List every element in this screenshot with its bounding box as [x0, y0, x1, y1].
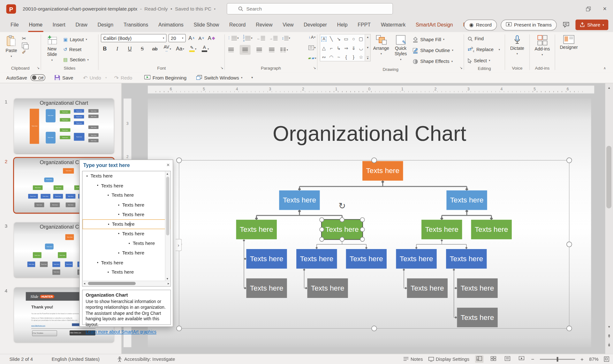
org-node-y4[interactable]: Texts here	[457, 278, 497, 298]
section-button[interactable]: ▤ Section▾	[62, 55, 90, 64]
org-node-g1[interactable]: Texts here	[236, 220, 277, 239]
shape-effects-button[interactable]: Shape Effects▾	[411, 57, 454, 66]
scroll-left-arrow[interactable]: ◂	[84, 282, 85, 285]
format-painter-button[interactable]: ✐	[22, 49, 27, 55]
shape-gallery-item-7[interactable]: ⌐	[330, 46, 333, 50]
close-icon[interactable]: ×	[166, 162, 170, 168]
qat-overflow-button[interactable]: ▾	[251, 76, 253, 80]
tab-watermark[interactable]: Watermark	[376, 18, 411, 32]
record-button[interactable]: ◉ Record	[464, 19, 497, 30]
text-pane-row[interactable]: •Texts here	[82, 191, 170, 200]
text-pane-horizontal-scrollbar[interactable]: ◂ ▸	[82, 281, 170, 286]
org-node-y3[interactable]: Texts here	[407, 278, 448, 298]
org-node-y1[interactable]: Texts here	[246, 278, 287, 298]
cut-button[interactable]: ✂	[22, 35, 27, 41]
scrollbar-thumb[interactable]	[166, 177, 169, 235]
increase-indent-button[interactable]: →	[269, 34, 277, 42]
share-button[interactable]: Share ▾	[576, 19, 609, 30]
increase-font-size-button[interactable]: A∧	[188, 34, 195, 42]
shape-gallery-item-17[interactable]: ☆	[359, 55, 363, 59]
slide-thumbnail-1[interactable]: Organizational ChartTexts hereTexts here…	[14, 99, 114, 153]
shapes-gallery[interactable]: A╲↘▭○▢△⌐↳⇒⇓◡∾◠~{}☆	[320, 34, 365, 62]
designer-button[interactable]: Designer	[560, 34, 578, 65]
text-pane-header[interactable]: Type your text here ×	[80, 160, 173, 171]
from-beginning-button[interactable]: From Beginning	[144, 75, 186, 80]
text-pane-row[interactable]: •Texts here	[82, 219, 170, 229]
tab-help[interactable]: Help	[332, 18, 353, 32]
bullets-button[interactable]: ⋮▾	[227, 34, 238, 42]
org-node-y5[interactable]: Texts here	[457, 308, 497, 327]
tab-insert[interactable]: Insert	[48, 18, 71, 32]
font-dialog-launcher[interactable]: ↘	[220, 64, 223, 71]
shape-gallery-item-2[interactable]: ↘	[337, 36, 341, 41]
zoom-slider-thumb[interactable]	[557, 357, 558, 361]
tab-fppt[interactable]: FPPT	[352, 18, 376, 32]
slide-sorter-view-button[interactable]	[489, 356, 497, 362]
font-color-button[interactable]: A▾	[201, 45, 209, 53]
shape-gallery-item-1[interactable]: ╲	[330, 36, 333, 41]
powerpoint-logo-icon[interactable]: P	[6, 4, 16, 13]
shape-gallery-item-11[interactable]: ◡	[359, 46, 363, 50]
paragraph-dialog-launcher[interactable]: ↘	[313, 64, 316, 71]
tab-record[interactable]: Record	[224, 18, 251, 32]
text-pane-row[interactable]: •Texts here	[82, 229, 170, 239]
shape-gallery-item-4[interactable]: ○	[352, 36, 355, 41]
text-pane-toggle-button[interactable]: ›	[176, 239, 182, 251]
text-pane-row[interactable]: •Texts here	[82, 239, 170, 248]
italic-button[interactable]: I	[113, 45, 121, 53]
shape-gallery-item-16[interactable]: }	[353, 55, 354, 59]
reading-view-button[interactable]	[503, 356, 511, 362]
close-window-button[interactable]: ×	[597, 0, 613, 18]
shape-gallery-item-5[interactable]: ▢	[359, 36, 363, 41]
decrease-indent-button[interactable]: ←	[257, 34, 265, 42]
switch-windows-button[interactable]: Switch Windows▾	[196, 75, 243, 80]
change-case-button[interactable]: Aa▾	[176, 45, 184, 53]
tab-transitions[interactable]: Transitions	[118, 18, 153, 32]
vertical-scrollbar[interactable]: ▴ ▾ ↟ ↡	[605, 83, 613, 354]
bold-button[interactable]: B	[101, 45, 109, 53]
org-node-root[interactable]: Texts here	[362, 161, 403, 180]
scroll-up-arrow[interactable]: ▴	[605, 86, 613, 89]
font-name-select[interactable]: Calibri (Body)▾	[101, 34, 167, 42]
tab-file[interactable]: File	[5, 18, 24, 32]
align-center-button[interactable]	[240, 45, 251, 55]
org-node-g2[interactable]: Texts here	[322, 220, 362, 239]
shape-gallery-item-8[interactable]: ↳	[337, 46, 341, 50]
find-button[interactable]: Find	[466, 34, 503, 43]
collapse-ribbon-button[interactable]: ∧	[603, 66, 606, 70]
tab-home[interactable]: Home	[24, 18, 48, 32]
org-node-d3[interactable]: Texts here	[346, 249, 387, 269]
slide-show-button[interactable]	[517, 356, 526, 362]
comments-button[interactable]	[561, 20, 571, 30]
tab-slide-show[interactable]: Slide Show	[189, 18, 224, 32]
text-direction-button[interactable]: ↓A▾	[308, 33, 316, 41]
tab-design[interactable]: Design	[93, 18, 118, 32]
fit-slide-to-window-button[interactable]	[604, 357, 609, 362]
org-node-g4[interactable]: Texts here	[471, 220, 512, 239]
tab-view[interactable]: View	[277, 18, 299, 32]
character-spacing-button[interactable]: AV↔▾	[163, 45, 171, 53]
tab-developer[interactable]: Developer	[299, 18, 332, 32]
org-node-y2[interactable]: Texts here	[307, 278, 348, 298]
next-slide-button[interactable]: ↡	[605, 342, 613, 347]
undo-button[interactable]: ↶ Undo▾	[83, 74, 107, 81]
shape-outline-button[interactable]: Shape Outline▾	[411, 46, 454, 55]
shape-gallery-item-15[interactable]: {	[345, 55, 347, 59]
underline-button[interactable]: U	[126, 45, 133, 53]
align-right-button[interactable]	[255, 46, 263, 54]
slide-title[interactable]: Organizational Chart	[148, 121, 591, 146]
tab-review[interactable]: Review	[251, 18, 277, 32]
reset-button[interactable]: ↺ Reset	[62, 45, 90, 54]
slide-number-indicator[interactable]: Slide 2 of 4	[9, 356, 33, 362]
org-node-d1[interactable]: Texts here	[246, 249, 287, 269]
org-node-d2[interactable]: Texts here	[296, 249, 337, 269]
zoom-in-button[interactable]: +	[580, 356, 584, 362]
font-size-select[interactable]: 20▾	[169, 34, 186, 42]
strikethrough-button[interactable]: ab	[151, 45, 159, 53]
quick-styles-button[interactable]: Quick Styles▾	[392, 34, 410, 66]
decrease-font-size-button[interactable]: A∨	[197, 34, 205, 42]
org-node-g3[interactable]: Texts here	[421, 220, 462, 239]
justify-button[interactable]	[268, 46, 276, 54]
zoom-slider[interactable]	[540, 359, 575, 359]
shape-gallery-item-6[interactable]: △	[322, 46, 326, 50]
